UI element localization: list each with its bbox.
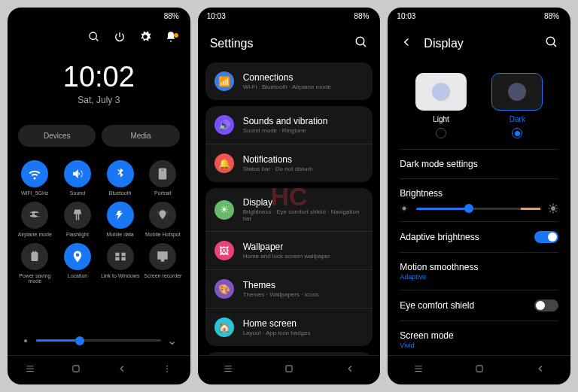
svg-point-3	[90, 32, 96, 39]
qs-screen-recorder[interactable]: Screen recorder	[143, 243, 183, 284]
qs-wifi--ghz[interactable]: WIFI_5GHz	[15, 160, 55, 196]
adaptive-brightness[interactable]: Adaptive brightness	[388, 222, 570, 252]
motion-smoothness[interactable]: Motion smoothnessAdaptive	[388, 253, 570, 290]
display-screen: 10:03 88% Display Light Dark Dark mode	[388, 8, 570, 384]
svg-point-18	[403, 207, 406, 211]
display-content: Light Dark Dark mode settings Brightness…	[388, 62, 570, 355]
qs-flashlight[interactable]: Flashlight	[58, 202, 98, 237]
home-button[interactable]	[473, 363, 485, 377]
theme-preview: Light Dark	[388, 62, 570, 149]
clock: 10:02 Sat, July 3	[8, 61, 190, 105]
devices-button[interactable]: Devices	[18, 125, 96, 147]
clock-date: Sat, July 3	[8, 95, 190, 105]
nav-bar	[198, 355, 381, 384]
quick-settings-grid: WIFI_5GHzSoundBluetoothPortraitAirplane …	[8, 156, 190, 288]
status-bar: 10:03 88%	[198, 8, 381, 25]
settings-header: Settings	[198, 25, 381, 62]
page-title: Display	[424, 37, 463, 50]
back-button[interactable]	[116, 363, 128, 377]
home-button[interactable]	[283, 363, 295, 377]
back-icon[interactable]	[400, 35, 413, 52]
settings-home-screen[interactable]: 🏠Home screenLayout · App icon badges	[205, 308, 373, 346]
svg-point-6	[166, 366, 168, 367]
dark-mode-settings[interactable]: Dark mode settings	[388, 150, 570, 178]
clock-time: 10:02	[8, 61, 190, 93]
qs-mobile-data[interactable]: Mobile data	[100, 202, 140, 237]
settings-screen: HC 10:03 88% Settings 📶ConnectionsWi-Fi …	[198, 8, 381, 384]
display-header: Display	[388, 25, 570, 62]
svg-point-7	[166, 368, 168, 369]
back-button[interactable]	[344, 363, 356, 377]
qs-sound[interactable]: Sound	[58, 160, 98, 196]
qs-bluetooth[interactable]: Bluetooth	[100, 160, 140, 196]
nav-bar	[388, 355, 570, 384]
brightness-low-icon	[21, 336, 30, 345]
svg-point-4	[24, 339, 27, 342]
svg-rect-20	[476, 366, 482, 372]
qs-mobile-hotspot[interactable]: Mobile Hotspot	[143, 202, 183, 237]
qs-link-to-windows[interactable]: Link to Windows	[100, 243, 140, 284]
brightness-high-icon	[548, 203, 558, 214]
settings-list: 📶ConnectionsWi-Fi · Bluetooth · Airplane…	[198, 62, 381, 355]
brightness-slider[interactable]: ⌄	[8, 326, 190, 355]
battery-text: 88%	[354, 12, 369, 20]
toggle-on[interactable]	[534, 231, 558, 243]
more-button[interactable]	[161, 363, 173, 377]
settings-notifications[interactable]: 🔔NotificationsStatus bar · Do not distur…	[205, 144, 373, 182]
search-icon[interactable]	[545, 35, 558, 52]
gear-icon[interactable]	[139, 31, 151, 46]
svg-point-19	[551, 206, 555, 211]
power-icon[interactable]	[114, 31, 126, 46]
brightness-low-icon	[400, 204, 409, 213]
media-button[interactable]: Media	[102, 125, 179, 147]
chevron-down-icon[interactable]: ⌄	[167, 333, 177, 348]
toggle-off[interactable]	[534, 299, 558, 311]
status-time: 10:03	[207, 12, 226, 20]
screen-mode[interactable]: Screen modeVivid	[388, 321, 570, 355]
settings-themes[interactable]: 🎨ThemesThemes · Wallpapers · Icons	[205, 269, 373, 308]
status-bar: 88%	[8, 8, 190, 25]
settings-sounds-and-vibration[interactable]: 🔊Sounds and vibrationSound mode · Ringto…	[205, 106, 373, 144]
svg-rect-5	[73, 366, 79, 372]
settings-display[interactable]: ☀DisplayBrightness · Eye comfort shield …	[205, 188, 373, 231]
search-icon[interactable]	[88, 31, 100, 46]
eye-comfort[interactable]: Eye comfort shield	[388, 290, 570, 321]
theme-light[interactable]: Light	[415, 73, 467, 138]
svg-point-17	[546, 37, 555, 45]
back-button[interactable]	[534, 363, 546, 377]
panel-top-icons	[8, 25, 190, 52]
svg-point-12	[357, 37, 365, 45]
recents-button[interactable]	[222, 363, 234, 377]
qs-location[interactable]: Location	[58, 243, 98, 284]
page-title: Settings	[210, 37, 254, 50]
qs-portrait[interactable]: Portrait	[143, 160, 183, 196]
search-icon[interactable]	[354, 35, 368, 52]
recents-button[interactable]	[412, 363, 424, 377]
settings-wallpaper[interactable]: 🖼WallpaperHome and lock screen wallpaper	[205, 231, 373, 269]
svg-rect-13	[286, 366, 292, 372]
quick-panel: 88% 10:02 Sat, July 3 Devices Media WIFI…	[8, 8, 190, 384]
qs-power-saving-mode[interactable]: Power saving mode	[15, 243, 55, 284]
settings-connections[interactable]: 📶ConnectionsWi-Fi · Bluetooth · Airplane…	[205, 62, 373, 100]
notifications-icon[interactable]	[165, 31, 177, 46]
brightness-label: Brightness	[388, 179, 570, 202]
nav-bar	[8, 355, 190, 384]
theme-dark[interactable]: Dark	[491, 73, 543, 138]
svg-point-8	[166, 371, 168, 372]
brightness-slider[interactable]	[388, 202, 570, 221]
battery-text: 88%	[544, 12, 559, 20]
status-time: 10:03	[397, 12, 415, 20]
recents-button[interactable]	[24, 363, 36, 377]
status-bar: 10:03 88%	[388, 8, 570, 25]
qs-airplane-mode[interactable]: Airplane mode	[15, 202, 55, 237]
battery-text: 88%	[164, 12, 179, 20]
home-button[interactable]	[70, 363, 82, 377]
